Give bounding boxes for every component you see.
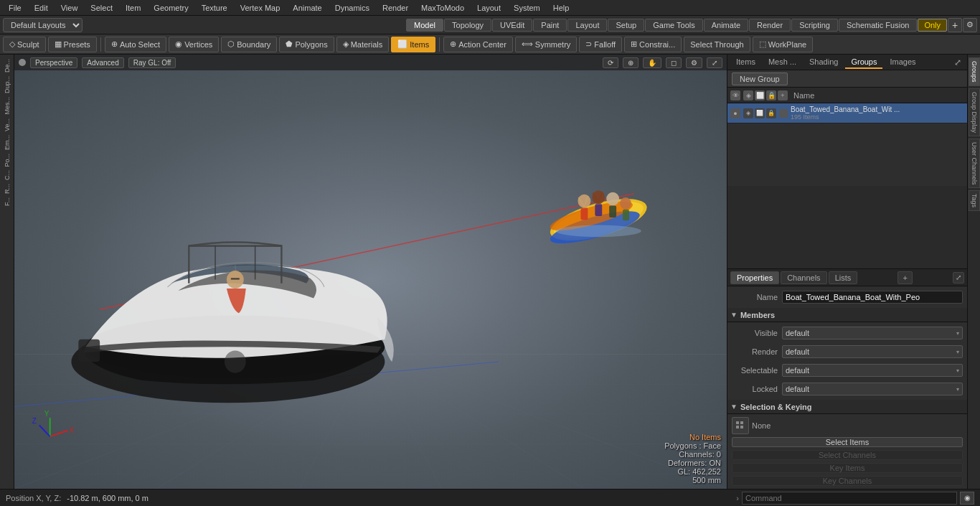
name-input[interactable] — [782, 291, 963, 304]
select-channels-btn[interactable]: Select Channels — [732, 450, 963, 460]
viewport-expand-btn[interactable]: ⤢ — [707, 57, 722, 68]
tab-topology[interactable]: Topology — [444, 19, 491, 32]
row-mesh-icon[interactable]: ⬜ — [755, 108, 765, 118]
workplane-btn[interactable]: ⬚ WorkPlane — [753, 37, 814, 52]
tab-paint[interactable]: Paint — [533, 19, 567, 32]
menu-edit[interactable]: Edit — [29, 2, 54, 14]
perspective-btn[interactable]: Perspective — [30, 57, 77, 68]
menu-geometry[interactable]: Geometry — [148, 2, 194, 14]
materials-btn[interactable]: ◈ Materials — [336, 37, 390, 52]
viewport-icon-pan[interactable]: ✋ — [643, 57, 661, 68]
layout-dropdown[interactable]: Default Layouts — [3, 18, 83, 32]
props-tab-properties[interactable]: Properties — [730, 271, 779, 284]
props-tab-lists[interactable]: Lists — [829, 271, 858, 284]
viewport-icon-rotate[interactable]: ⟳ — [603, 57, 618, 68]
sidebar-item-em[interactable]: Em... — [3, 133, 11, 151]
add-tab-btn[interactable]: + — [948, 18, 962, 32]
sidebar-tab-user-channels[interactable]: User Channels — [969, 139, 980, 189]
tab-mesh[interactable]: Mesh ... — [763, 56, 802, 69]
props-tab-channels[interactable]: Channels — [781, 271, 826, 284]
viewport[interactable]: Perspective Advanced Ray GL: Off ⟳ ⊕ ✋ ◻… — [14, 55, 727, 489]
sculpt-btn[interactable]: ◇ Sculpt — [3, 37, 46, 52]
menu-vertexmap[interactable]: Vertex Map — [235, 2, 286, 14]
menu-render[interactable]: Render — [377, 2, 414, 14]
gear-btn[interactable]: ⚙ — [963, 18, 977, 32]
menu-maxtomodo[interactable]: MaxToModo — [415, 2, 470, 14]
tab-scripting[interactable]: Scripting — [791, 19, 838, 32]
sidebar-item-c[interactable]: C... — [3, 169, 11, 182]
none-label: None — [752, 421, 771, 430]
ray-gl-btn[interactable]: Ray GL: Off — [128, 57, 176, 68]
panel-expand-icon[interactable]: ⤢ — [951, 56, 964, 69]
menu-layout[interactable]: Layout — [471, 2, 507, 14]
action-center-btn[interactable]: ⊕ Action Center — [443, 37, 513, 52]
falloff-btn[interactable]: ⊃ Falloff — [579, 37, 622, 52]
sidebar-item-ve[interactable]: Ve... — [3, 117, 11, 133]
row-lock-icon[interactable]: 🔒 — [766, 108, 776, 118]
row-eye-icon[interactable]: ● — [730, 108, 740, 118]
table-row[interactable]: ● ◈ ⬜ 🔒 Boat_Towed_Banana_Boat_Wit ... 1… — [727, 103, 967, 123]
sidebar-item-de[interactable]: De... — [3, 57, 11, 74]
menu-item[interactable]: Item — [120, 2, 146, 14]
polygons-btn[interactable]: ⬟ Polygons — [279, 37, 334, 52]
viewport-icon-camera[interactable]: ◻ — [666, 57, 682, 68]
constraints-btn[interactable]: ⊞ Constrai... — [624, 37, 682, 52]
menu-system[interactable]: System — [508, 2, 546, 14]
render-select[interactable]: default ▾ — [782, 345, 963, 358]
sidebar-tab-group-display[interactable]: Group Display — [969, 88, 980, 136]
menu-dynamics[interactable]: Dynamics — [329, 2, 375, 14]
sidebar-item-r[interactable]: R... — [3, 182, 11, 195]
key-channels-btn[interactable]: Key Channels — [732, 476, 963, 486]
items-btn[interactable]: ⬜ Items — [391, 37, 435, 52]
props-tab-add[interactable]: + — [897, 271, 912, 284]
key-items-btn[interactable]: Key Items — [732, 463, 963, 473]
keying-section-header[interactable]: ▼ Selection & Keying — [727, 400, 967, 414]
menu-select[interactable]: Select — [85, 2, 118, 14]
menu-animate[interactable]: Animate — [287, 2, 327, 14]
props-expand-btn[interactable]: ⤢ — [953, 272, 964, 284]
locked-select[interactable]: default ▾ — [782, 383, 963, 395]
advanced-btn[interactable]: Advanced — [82, 57, 123, 68]
tab-setup[interactable]: Setup — [608, 19, 644, 32]
tab-uvedit[interactable]: UVEdit — [492, 19, 532, 32]
menu-help[interactable]: Help — [547, 2, 575, 14]
row-render-icon[interactable]: ◈ — [743, 108, 753, 118]
group-list[interactable]: ● ◈ ⬜ 🔒 Boat_Towed_Banana_Boat_Wit ... 1… — [727, 103, 967, 186]
select-items-btn[interactable]: Select Items — [732, 437, 963, 447]
command-input[interactable] — [742, 492, 957, 505]
command-go-btn[interactable]: ◉ — [960, 492, 974, 505]
new-group-btn[interactable]: New Group — [732, 72, 788, 85]
sidebar-item-po[interactable]: Po... — [3, 152, 11, 169]
tab-animate[interactable]: Animate — [704, 19, 748, 32]
tab-images[interactable]: Images — [884, 56, 921, 69]
tab-layout[interactable]: Layout — [567, 19, 607, 32]
sidebar-tab-tags[interactable]: Tags — [969, 190, 980, 211]
viewport-icon-zoom[interactable]: ⊕ — [623, 57, 639, 68]
tab-schematic[interactable]: Schematic Fusion — [839, 19, 917, 32]
sidebar-tab-groups[interactable]: Groups — [969, 57, 980, 86]
tab-groups[interactable]: Groups — [845, 56, 882, 69]
tab-model[interactable]: Model — [406, 19, 443, 32]
vertices-btn[interactable]: ◉ Vertices — [169, 37, 219, 52]
tab-game-tools[interactable]: Game Tools — [645, 19, 703, 32]
visible-select[interactable]: default ▾ — [782, 327, 963, 339]
viewport-icon-settings[interactable]: ⚙ — [686, 57, 702, 68]
tab-shading[interactable]: Shading — [804, 56, 844, 69]
menu-view[interactable]: View — [55, 2, 84, 14]
symmetry-btn[interactable]: ⟺ Symmetry — [515, 37, 578, 52]
menu-file[interactable]: File — [3, 2, 27, 14]
tab-render[interactable]: Render — [749, 19, 791, 32]
sidebar-item-f[interactable]: F... — [3, 196, 11, 207]
row-toggle[interactable] — [779, 109, 788, 118]
menu-texture[interactable]: Texture — [196, 2, 233, 14]
select-through-btn[interactable]: Select Through — [684, 37, 750, 52]
members-section-header[interactable]: ▼ Members — [727, 308, 967, 322]
tab-items[interactable]: Items — [730, 56, 761, 69]
selectable-select[interactable]: default ▾ — [782, 364, 963, 377]
sidebar-item-dup[interactable]: Dup... — [3, 75, 11, 95]
auto-select-btn[interactable]: ⊕ Auto Select — [105, 37, 166, 52]
tab-only[interactable]: Only — [918, 19, 947, 32]
boundary-btn[interactable]: ⬡ Boundary — [221, 37, 277, 52]
sidebar-item-mes[interactable]: Mes... — [3, 95, 11, 116]
presets-btn[interactable]: ▦ Presets — [48, 37, 97, 52]
